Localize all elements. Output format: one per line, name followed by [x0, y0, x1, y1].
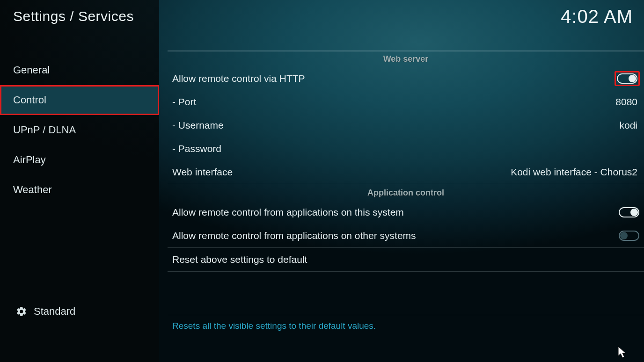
toggle-other-systems[interactable]	[619, 231, 639, 241]
sidebar-item-upnp-dlna[interactable]: UPnP / DLNA	[0, 115, 159, 145]
divider	[168, 271, 644, 272]
toggle-this-system[interactable]	[619, 207, 639, 217]
setting-web-interface[interactable]: Web interface Kodi web interface - Choru…	[168, 160, 644, 184]
sidebar-list: General Control UPnP / DLNA AirPlay Weat…	[0, 55, 159, 205]
setting-label: Web interface	[172, 167, 233, 178]
gear-icon	[16, 306, 27, 317]
sidebar-item-label: UPnP / DLNA	[13, 124, 76, 136]
setting-port[interactable]: - Port 8080	[168, 90, 644, 114]
header: Settings / Services 4:02 AM	[0, 0, 644, 33]
toggle-knob	[629, 75, 636, 82]
settings-level-toggle[interactable]: Standard	[0, 299, 75, 324]
settings-level-label: Standard	[34, 305, 75, 318]
toggle-knob	[620, 232, 628, 239]
sidebar-item-control[interactable]: Control	[0, 85, 159, 115]
setting-label: Reset above settings to default	[172, 254, 307, 265]
setting-allow-http[interactable]: Allow remote control via HTTP	[168, 67, 644, 90]
clock: 4:02 AM	[561, 6, 633, 27]
setting-label: - Password	[172, 143, 221, 154]
breadcrumb: Settings / Services	[13, 8, 134, 24]
setting-allow-this-system[interactable]: Allow remote control from applications o…	[168, 201, 644, 224]
main-panel: Web server Allow remote control via HTTP…	[159, 51, 644, 362]
setting-value: 8080	[615, 96, 639, 108]
toggle-allow-http[interactable]	[617, 73, 637, 84]
divider	[168, 315, 644, 315]
section-title-app-control: Application control	[168, 184, 644, 201]
setting-label: Allow remote control from applications o…	[172, 230, 416, 241]
sidebar-item-label: Control	[13, 94, 46, 106]
setting-username[interactable]: - Username kodi	[168, 114, 644, 137]
toggle-knob	[630, 209, 638, 216]
settings-content: Web server Allow remote control via HTTP…	[168, 51, 644, 362]
setting-value: Kodi web interface - Chorus2	[511, 167, 639, 178]
setting-label: Allow remote control from applications o…	[172, 207, 404, 218]
help-text: Resets all the visible settings to their…	[172, 321, 376, 331]
sidebar-item-airplay[interactable]: AirPlay	[0, 145, 159, 175]
setting-allow-other-systems[interactable]: Allow remote control from applications o…	[168, 224, 644, 247]
sidebar-item-weather[interactable]: Weather	[0, 175, 159, 205]
setting-reset-defaults[interactable]: Reset above settings to default	[168, 248, 644, 271]
setting-label: - Username	[172, 120, 224, 131]
toggle-wrap	[615, 72, 639, 86]
sidebar-item-general[interactable]: General	[0, 55, 159, 85]
sidebar-item-label: General	[13, 64, 50, 76]
sidebar-item-label: Weather	[13, 184, 52, 196]
setting-label: Allow remote control via HTTP	[172, 73, 305, 84]
setting-label: - Port	[172, 96, 196, 108]
sidebar: General Control UPnP / DLNA AirPlay Weat…	[0, 0, 159, 362]
section-title-web-server: Web server	[168, 51, 644, 67]
sidebar-item-label: AirPlay	[13, 154, 46, 166]
setting-value: kodi	[619, 120, 639, 131]
setting-password[interactable]: - Password	[168, 137, 644, 160]
